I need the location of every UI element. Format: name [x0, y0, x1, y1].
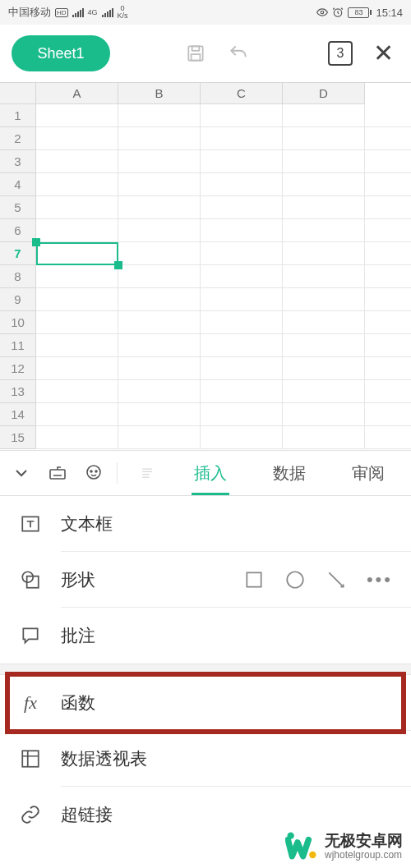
cell[interactable]: [36, 150, 118, 173]
insert-textbox[interactable]: 文本框: [0, 496, 411, 552]
shape-more-button[interactable]: •••: [367, 569, 393, 590]
cell[interactable]: [36, 127, 118, 150]
cell[interactable]: [201, 150, 283, 173]
cell[interactable]: [365, 380, 411, 403]
cell[interactable]: [365, 219, 411, 242]
row-header[interactable]: 7: [0, 242, 36, 265]
cell[interactable]: [283, 127, 365, 150]
cell[interactable]: [283, 403, 365, 426]
cell[interactable]: [201, 426, 283, 449]
cell[interactable]: [365, 311, 411, 334]
tab-review[interactable]: 审阅: [330, 451, 406, 495]
tab-data[interactable]: 数据: [252, 451, 327, 495]
cell[interactable]: [283, 334, 365, 357]
cell[interactable]: [118, 219, 201, 242]
assistant-button[interactable]: [77, 457, 110, 489]
spreadsheet-grid[interactable]: ABCD 123456789101112131415: [0, 82, 411, 450]
insert-comment[interactable]: 批注: [0, 608, 411, 664]
cell[interactable]: [36, 426, 118, 449]
select-all-corner[interactable]: [0, 83, 36, 104]
cell[interactable]: [365, 196, 411, 219]
collapse-button[interactable]: [5, 457, 38, 489]
insert-pivot[interactable]: 数据透视表: [0, 731, 411, 787]
cell[interactable]: [118, 265, 201, 288]
cell[interactable]: [118, 127, 201, 150]
window-count-button[interactable]: 3: [324, 37, 357, 70]
cell[interactable]: [365, 357, 411, 380]
col-header[interactable]: A: [36, 83, 118, 104]
cell[interactable]: [118, 380, 201, 403]
col-header[interactable]: C: [201, 83, 283, 104]
cell[interactable]: [201, 265, 283, 288]
tab-prev[interactable]: [124, 451, 169, 495]
cell[interactable]: [201, 219, 283, 242]
cell[interactable]: [365, 104, 411, 127]
row-header[interactable]: 12: [0, 357, 36, 380]
cell[interactable]: [36, 265, 118, 288]
shape-circle-icon[interactable]: [284, 569, 306, 590]
cell[interactable]: [283, 219, 365, 242]
cell[interactable]: [118, 334, 201, 357]
tab-insert[interactable]: 插入: [173, 451, 248, 495]
cell[interactable]: [36, 288, 118, 311]
row-header[interactable]: 6: [0, 219, 36, 242]
undo-button[interactable]: [222, 37, 255, 70]
cell[interactable]: [283, 104, 365, 127]
cell[interactable]: [283, 311, 365, 334]
cell[interactable]: [283, 196, 365, 219]
col-header[interactable]: B: [118, 83, 201, 104]
sheet-tab[interactable]: Sheet1: [12, 35, 110, 71]
cell[interactable]: [201, 104, 283, 127]
cell[interactable]: [365, 242, 411, 265]
cell[interactable]: [283, 150, 365, 173]
cell[interactable]: [201, 357, 283, 380]
cell[interactable]: [118, 426, 201, 449]
cell[interactable]: [283, 242, 365, 265]
cell[interactable]: [283, 380, 365, 403]
cell[interactable]: [283, 426, 365, 449]
cell[interactable]: [118, 150, 201, 173]
cell[interactable]: [365, 173, 411, 196]
close-button[interactable]: ✕: [367, 37, 399, 70]
cell[interactable]: [365, 150, 411, 173]
cell[interactable]: [201, 380, 283, 403]
insert-shape[interactable]: 形状 •••: [0, 552, 411, 608]
cell[interactable]: [118, 403, 201, 426]
cell[interactable]: [365, 426, 411, 449]
cell[interactable]: [36, 403, 118, 426]
row-header[interactable]: 9: [0, 288, 36, 311]
cell[interactable]: [118, 357, 201, 380]
cells-area[interactable]: [36, 104, 411, 449]
row-header[interactable]: 8: [0, 265, 36, 288]
cell[interactable]: [201, 173, 283, 196]
cell[interactable]: [283, 357, 365, 380]
cell[interactable]: [201, 242, 283, 265]
row-header[interactable]: 14: [0, 403, 36, 426]
cell[interactable]: [36, 242, 118, 265]
cell[interactable]: [283, 173, 365, 196]
shape-line-icon[interactable]: [326, 569, 347, 590]
cell[interactable]: [36, 104, 118, 127]
cell[interactable]: [118, 288, 201, 311]
cell[interactable]: [283, 288, 365, 311]
row-header[interactable]: 11: [0, 334, 36, 357]
cell[interactable]: [201, 403, 283, 426]
row-header[interactable]: 10: [0, 311, 36, 334]
cell[interactable]: [365, 288, 411, 311]
cell[interactable]: [36, 357, 118, 380]
row-header[interactable]: 13: [0, 380, 36, 403]
cell[interactable]: [365, 334, 411, 357]
cell[interactable]: [201, 196, 283, 219]
row-header[interactable]: 15: [0, 426, 36, 449]
cell[interactable]: [365, 127, 411, 150]
row-header[interactable]: 2: [0, 127, 36, 150]
shape-rect-icon[interactable]: [243, 569, 265, 590]
row-header[interactable]: 5: [0, 196, 36, 219]
cell[interactable]: [118, 311, 201, 334]
cell[interactable]: [201, 127, 283, 150]
cell[interactable]: [36, 219, 118, 242]
cell[interactable]: [36, 380, 118, 403]
cell[interactable]: [118, 104, 201, 127]
cell[interactable]: [36, 334, 118, 357]
cell[interactable]: [201, 311, 283, 334]
